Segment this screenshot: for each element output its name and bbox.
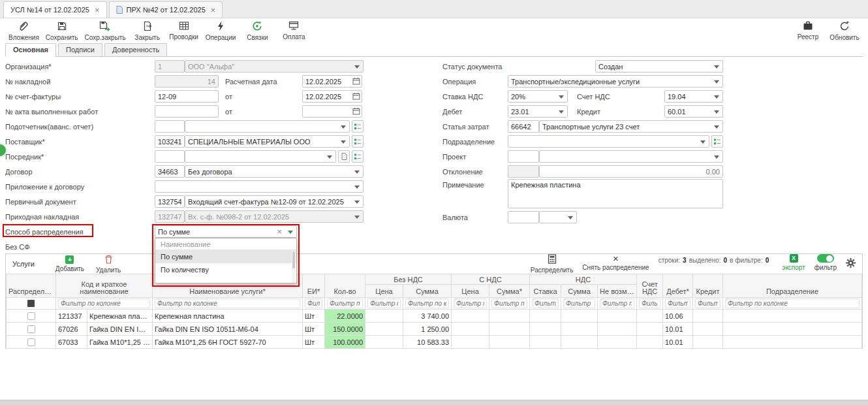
debit-select[interactable]: 23.01 <box>508 105 568 118</box>
supplier-tree-button[interactable] <box>352 135 364 148</box>
cell-credit[interactable] <box>693 336 723 349</box>
intermediary-code-field[interactable] <box>155 150 185 163</box>
cell-vat-rate[interactable] <box>530 310 561 323</box>
filter-input[interactable] <box>563 299 595 308</box>
cell-price-with-vat[interactable] <box>452 323 489 336</box>
cell-non-refund[interactable] <box>598 336 637 349</box>
col-price-no-vat[interactable]: Цена <box>365 285 403 298</box>
cell-debit[interactable]: 10.01 <box>663 336 693 349</box>
cell-vat-sum[interactable] <box>561 310 598 323</box>
cost-item-code-field[interactable] <box>508 120 539 133</box>
save-close-button[interactable]: Сохр.закрыть <box>82 20 129 42</box>
registry-button[interactable]: Реестр <box>790 20 826 42</box>
col-sum-with-vat[interactable]: Сумма* <box>489 285 530 298</box>
filter-input[interactable] <box>665 299 690 308</box>
filter-toggle[interactable]: фильтр <box>814 254 837 271</box>
invoice-date-field[interactable] <box>302 90 362 103</box>
refresh-button[interactable]: Обновить <box>826 20 863 42</box>
col-price-with-vat[interactable]: Цена <box>452 285 489 298</box>
filter-input[interactable] <box>305 299 322 308</box>
filter-input[interactable] <box>491 299 527 308</box>
close-tab-icon[interactable]: × <box>211 6 216 14</box>
cell-unit[interactable]: Шт <box>303 310 325 323</box>
doc-tab-usl[interactable]: УСЛ №14 от 12.02.2025 × <box>3 1 107 18</box>
operations-button[interactable]: Операции <box>202 20 240 42</box>
cell-price-with-vat[interactable] <box>452 336 489 349</box>
filter-input[interactable] <box>639 299 660 308</box>
cell-qty[interactable]: 150.0000 <box>325 323 365 336</box>
project-code-field[interactable] <box>508 150 539 163</box>
accountable-code-field[interactable] <box>155 120 185 133</box>
filter-input[interactable] <box>725 299 860 308</box>
cell-division[interactable] <box>723 310 862 323</box>
filter-input[interactable] <box>367 299 401 308</box>
col-credit[interactable]: Кредит <box>693 274 723 298</box>
payment-button[interactable]: Оплата <box>275 20 312 42</box>
undistribute-button[interactable]: × Снять распределение <box>582 254 649 271</box>
col-code-name[interactable]: Код и краткое наименование <box>56 274 153 298</box>
receipt-code-field[interactable] <box>155 210 185 223</box>
cell-price-no-vat[interactable] <box>365 336 403 349</box>
col-vat-sum[interactable]: Сумма <box>561 285 598 298</box>
cell-code[interactable]: 67026 <box>56 323 87 336</box>
calendar-icon[interactable] <box>352 77 360 85</box>
col-debit[interactable]: Дебет* <box>663 274 693 298</box>
toggle-on-icon[interactable] <box>817 254 834 263</box>
tab-signatures[interactable]: Подписи <box>58 43 102 56</box>
cell-division[interactable] <box>723 323 862 336</box>
contract-select[interactable]: Без договора <box>185 165 364 178</box>
intermediary-doc-button[interactable] <box>338 150 350 163</box>
currency-select[interactable] <box>539 211 577 223</box>
cell-vat-rate[interactable] <box>530 323 561 336</box>
cell-non-refund[interactable] <box>598 323 637 336</box>
col-non-refund[interactable]: Не возмещ. <box>598 285 637 298</box>
export-excel-button[interactable]: X экспорт <box>782 254 805 271</box>
cell-sum-no-vat[interactable]: 10 583.33 <box>403 336 452 349</box>
select-all-checkbox[interactable] <box>27 300 35 307</box>
cell-sum-with-vat[interactable] <box>489 310 530 323</box>
dropdown-scrollbar[interactable] <box>292 251 296 283</box>
cell-unit[interactable]: Шт <box>303 323 325 336</box>
cell-sum-with-vat[interactable] <box>489 336 530 349</box>
col-vat-account[interactable]: Счет НДС <box>637 274 663 298</box>
clear-icon[interactable]: × <box>277 227 282 236</box>
division-tree-button[interactable] <box>711 135 723 148</box>
chevron-down-icon[interactable] <box>288 231 293 234</box>
cell-vat-account[interactable] <box>637 310 663 323</box>
cell-credit[interactable] <box>693 323 723 336</box>
waybill-number-field[interactable] <box>155 75 219 88</box>
col-unit[interactable]: ЕИ* <box>303 274 325 298</box>
organization-select[interactable]: ООО "Альфа" <box>185 60 364 73</box>
intermediary-tree-button[interactable] <box>352 150 364 163</box>
filter-input[interactable] <box>58 299 150 308</box>
intermediary-select[interactable] <box>185 150 336 163</box>
cell-division[interactable] <box>723 336 862 349</box>
postings-button[interactable]: Проводки <box>166 20 202 42</box>
filter-input[interactable] <box>600 299 634 308</box>
row-checkbox[interactable] <box>27 325 35 333</box>
filter-input[interactable] <box>155 299 300 308</box>
table-row[interactable]: 121337 Крепежная пластина Крепежная плас… <box>7 310 862 323</box>
cell-debit[interactable]: 10.01 <box>663 323 693 336</box>
cell-debit[interactable]: 10.06 <box>663 310 693 323</box>
cell-vat-account[interactable] <box>637 336 663 349</box>
calendar-icon[interactable] <box>352 92 360 100</box>
table-row[interactable]: 67026 Гайка DIN EN ISO 10... Гайка DIN E… <box>7 323 862 336</box>
dropdown-option-by-sum[interactable]: По сумме <box>155 250 296 263</box>
status-select[interactable]: Создан <box>595 60 723 73</box>
gear-icon[interactable] <box>846 258 856 268</box>
cell-short-name[interactable]: Гайка DIN EN ISO 10... <box>87 323 153 336</box>
calc-date-field[interactable] <box>302 75 362 88</box>
cell-service-name[interactable]: Гайка М10*1,25 6Н ГОСТ 5927-70 <box>153 336 303 349</box>
act-number-field[interactable] <box>155 105 219 118</box>
cell-service-name[interactable]: Крепежная пластина <box>153 310 303 323</box>
filter-input[interactable] <box>454 299 487 308</box>
close-document-button[interactable]: Закрыть <box>129 20 166 42</box>
cell-vat-account[interactable] <box>637 323 663 336</box>
act-date-field[interactable] <box>302 105 362 118</box>
accountable-select[interactable] <box>185 120 350 133</box>
tab-main[interactable]: Основная <box>5 43 56 57</box>
primary-doc-code-field[interactable] <box>155 195 185 208</box>
filter-input[interactable] <box>405 299 449 308</box>
receipt-select[interactable]: Вх. с-ф. №098-2 от 12.02.2025 <box>185 210 364 223</box>
